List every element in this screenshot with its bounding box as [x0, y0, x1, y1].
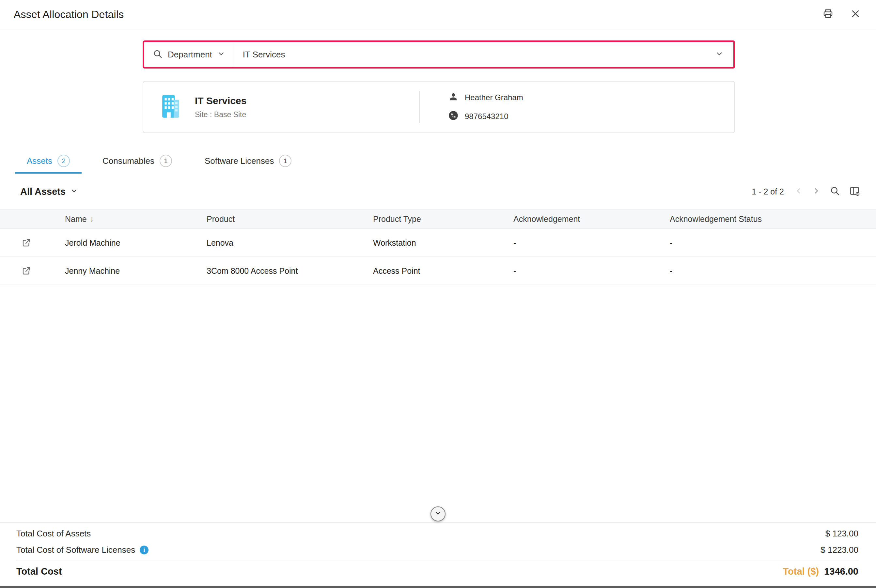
cell-acknowledgement-status: - — [670, 238, 876, 248]
view-label: All Assets — [20, 186, 66, 197]
cost-label: Total Cost of Assets — [16, 529, 91, 539]
phone-icon — [448, 111, 458, 122]
previous-page-button[interactable] — [794, 187, 803, 196]
open-in-new-icon[interactable] — [21, 238, 32, 248]
department-selected-value: IT Services — [243, 50, 285, 60]
total-cost-row: Total Cost Total ($) 1346.00 — [16, 561, 858, 582]
cell-acknowledgement: - — [513, 238, 670, 248]
column-header-acknowledgement-status[interactable]: Acknowledgement Status — [670, 214, 876, 224]
department-name: IT Services — [195, 95, 246, 106]
close-button[interactable] — [850, 9, 860, 20]
tab-consumables[interactable]: Consumables 1 — [91, 148, 184, 174]
list-search-button[interactable] — [830, 186, 840, 197]
total-cost-value: 1346.00 — [824, 566, 858, 577]
print-button[interactable] — [822, 8, 834, 21]
title-bar: Asset Allocation Details — [0, 0, 876, 29]
chevron-left-icon — [794, 187, 803, 196]
assets-table: Name ↓ Product Product Type Acknowledgem… — [0, 209, 876, 285]
cell-acknowledgement: - — [513, 266, 670, 276]
info-icon[interactable]: i — [140, 546, 148, 554]
printer-icon — [822, 8, 834, 21]
cost-summary-footer: Total Cost of Assets $ 123.00 Total Cost… — [0, 522, 876, 586]
department-contact: Heather Graham 9876543210 — [420, 92, 734, 122]
chevron-right-icon — [812, 187, 820, 196]
column-header-acknowledgement[interactable]: Acknowledgement — [513, 214, 670, 224]
tab-bar: Assets 2 Consumables 1 Software Licenses… — [15, 148, 861, 174]
column-chooser-button[interactable] — [849, 185, 860, 198]
chevron-down-icon — [70, 187, 78, 196]
chevron-down-icon — [715, 50, 724, 59]
asset-allocation-dialog: Asset Allocation Details — [0, 0, 876, 588]
person-icon — [448, 92, 458, 104]
search-icon — [830, 186, 840, 197]
cost-row-assets: Total Cost of Assets $ 123.00 — [16, 525, 858, 542]
cost-value: $ 1223.00 — [820, 545, 858, 555]
chevron-down-icon — [218, 50, 225, 59]
department-select[interactable]: IT Services — [234, 42, 734, 67]
department-site: Site : Base Site — [195, 110, 246, 119]
tab-software-licenses[interactable]: Software Licenses 1 — [193, 148, 303, 174]
building-icon — [156, 92, 184, 122]
list-toolbar: All Assets 1 - 2 of 2 — [0, 182, 876, 202]
column-settings-icon — [849, 185, 860, 198]
open-in-new-icon[interactable] — [21, 266, 32, 276]
column-header-product-type[interactable]: Product Type — [373, 214, 513, 224]
pagination-info: 1 - 2 of 2 — [752, 187, 784, 196]
table-row[interactable]: Jerold Machine Lenova Workstation - - — [0, 229, 876, 257]
tab-label: Consumables — [102, 156, 154, 166]
tab-count-badge: 1 — [279, 154, 291, 167]
cost-label: Total Cost of Software Licenses — [16, 545, 135, 555]
cell-product-type: Access Point — [373, 266, 513, 276]
total-currency-label: Total ($) — [783, 566, 819, 577]
department-summary: IT Services Site : Base Site — [143, 92, 419, 122]
cell-product: Lenova — [207, 238, 373, 248]
contact-name: Heather Graham — [465, 93, 523, 102]
cell-name[interactable]: Jenny Machine — [65, 266, 207, 276]
column-header-name[interactable]: Name ↓ — [65, 214, 207, 224]
tab-assets[interactable]: Assets 2 — [15, 148, 82, 174]
total-cost-label: Total Cost — [16, 566, 62, 577]
collapse-footer-button[interactable] — [430, 506, 446, 521]
table-header-row: Name ↓ Product Product Type Acknowledgem… — [0, 209, 876, 229]
cell-product-type: Workstation — [373, 238, 513, 248]
cell-name[interactable]: Jerold Machine — [65, 238, 207, 248]
cost-row-software-licenses: Total Cost of Software Licenses i $ 1223… — [16, 542, 858, 558]
column-header-product[interactable]: Product — [207, 214, 373, 224]
contact-phone: 9876543210 — [465, 112, 508, 121]
filter-category-label: Department — [168, 50, 212, 60]
page-title: Asset Allocation Details — [14, 9, 124, 21]
next-page-button[interactable] — [812, 187, 820, 196]
close-icon — [850, 9, 860, 20]
sort-descending-icon: ↓ — [90, 215, 94, 224]
department-filter-bar: Department IT Services — [142, 40, 735, 69]
tab-label: Software Licenses — [205, 156, 274, 166]
tab-label: Assets — [27, 156, 52, 166]
cost-value: $ 123.00 — [825, 529, 858, 539]
tab-count-badge: 1 — [160, 154, 172, 167]
filter-category-dropdown[interactable]: Department — [144, 42, 234, 67]
cell-product: 3Com 8000 Access Point — [207, 266, 373, 276]
tab-count-badge: 2 — [57, 154, 70, 167]
search-icon — [153, 49, 162, 60]
window-bottom-edge — [0, 586, 876, 588]
cell-acknowledgement-status: - — [670, 266, 876, 276]
view-selector-dropdown[interactable]: All Assets — [20, 186, 78, 197]
department-card: IT Services Site : Base Site Heather Gra… — [142, 81, 735, 133]
table-row[interactable]: Jenny Machine 3Com 8000 Access Point Acc… — [0, 257, 876, 285]
chevron-down-icon — [434, 510, 442, 518]
